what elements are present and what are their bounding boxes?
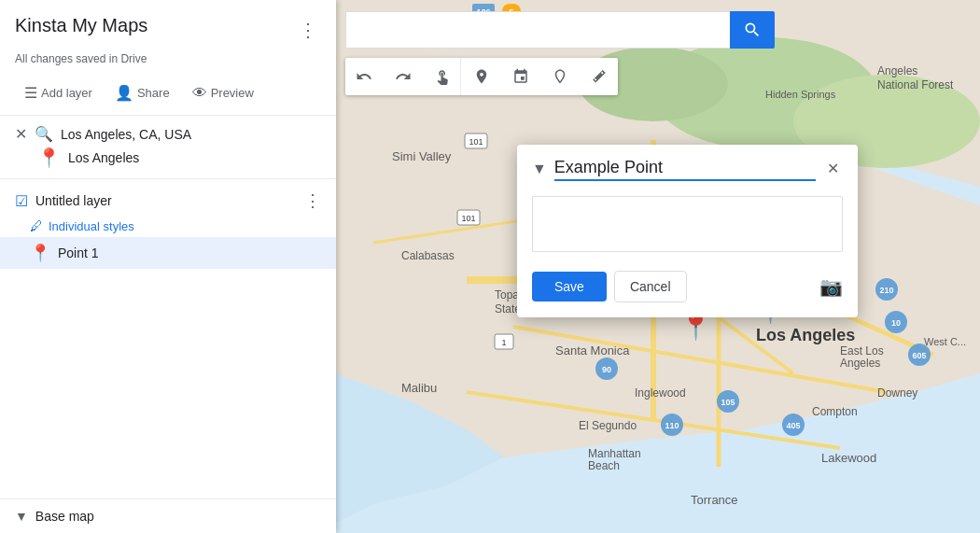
popup-save-button[interactable]: Save <box>532 272 607 302</box>
svg-text:210: 210 <box>879 286 893 295</box>
search-magnifier-icon <box>743 21 762 39</box>
popup-footer: Save Cancel 📷 <box>517 263 858 317</box>
popup-chevron-icon[interactable]: ▼ <box>532 161 547 177</box>
ruler-tool-button[interactable] <box>581 58 618 95</box>
popup-title-input[interactable] <box>554 156 816 181</box>
svg-text:1: 1 <box>501 338 506 347</box>
svg-text:105: 105 <box>721 398 735 407</box>
point-label: Point 1 <box>58 245 99 260</box>
svg-text:605: 605 <box>912 351 926 360</box>
svg-text:Compton: Compton <box>812 405 858 418</box>
shape-tool-button[interactable] <box>502 58 539 95</box>
style-icon: 🖊 <box>30 218 43 233</box>
pin-tool-button[interactable] <box>463 58 500 95</box>
map-tools <box>345 58 618 95</box>
preview-label: Preview <box>211 86 254 100</box>
svg-text:405: 405 <box>786 421 800 430</box>
point-item[interactable]: 📍 Point 1 <box>0 237 336 269</box>
search-icon: 🔍 <box>35 125 53 143</box>
svg-text:West C...: West C... <box>924 336 966 347</box>
search-row: ✕ 🔍 Los Angeles, CA, USA <box>15 125 321 143</box>
svg-text:Angeles: Angeles <box>877 64 917 77</box>
add-layer-button[interactable]: ☰ Add layer <box>15 78 102 107</box>
map-search-bar <box>345 11 775 49</box>
svg-text:Santa Monica: Santa Monica <box>555 344 630 358</box>
toolbar: ☰ Add layer 👤 Share 👁 Preview <box>0 75 336 116</box>
svg-text:101: 101 <box>469 137 483 147</box>
svg-text:East Los: East Los <box>840 344 884 358</box>
svg-text:Inglewood: Inglewood <box>635 386 686 400</box>
sidebar: Kinsta My Maps ⋮ All changes saved in Dr… <box>0 0 336 533</box>
layer-header: ☑ Untitled layer ⋮ <box>0 179 336 215</box>
popup-body <box>517 189 858 263</box>
add-layer-icon: ☰ <box>24 84 37 102</box>
point-pin-icon: 📍 <box>30 243 50 263</box>
popup-dialog: ▼ ✕ Save Cancel 📷 <box>517 145 858 317</box>
basemap-label: Base map <box>35 509 94 524</box>
svg-text:Angeles: Angeles <box>840 357 880 370</box>
redo-button[interactable] <box>385 58 422 95</box>
layer-checkbox-icon[interactable]: ☑ <box>15 192 28 210</box>
location-pin-icon: 📍 <box>37 147 61 169</box>
individual-styles-row[interactable]: 🖊 Individual styles <box>0 215 336 237</box>
svg-text:Downey: Downey <box>877 386 917 400</box>
basemap-chevron-icon: ▼ <box>15 509 28 524</box>
svg-text:Manhattan: Manhattan <box>588 447 641 460</box>
basemap-row[interactable]: ▼ Base map <box>0 498 336 533</box>
svg-text:101: 101 <box>461 214 475 223</box>
location-name: Los Angeles <box>68 150 139 165</box>
popup-header: ▼ ✕ <box>517 145 858 189</box>
search-query-text: Los Angeles, CA, USA <box>61 127 321 142</box>
map-search-button[interactable] <box>730 11 775 49</box>
more-icon[interactable]: ⋮ <box>295 15 321 45</box>
layers-section: ☑ Untitled layer ⋮ 🖊 Individual styles 📍… <box>0 179 336 498</box>
svg-text:Simi Valley: Simi Valley <box>392 149 452 163</box>
route-tool-button[interactable] <box>541 58 579 95</box>
svg-text:National Forest: National Forest <box>877 78 954 91</box>
add-layer-label: Add layer <box>41 86 92 100</box>
svg-text:Hidden Springs: Hidden Springs <box>765 89 836 100</box>
svg-text:Los Angeles: Los Angeles <box>756 326 855 344</box>
share-button[interactable]: 👤 Share <box>105 78 179 107</box>
svg-text:Torrance: Torrance <box>691 493 738 507</box>
svg-text:110: 110 <box>665 421 679 430</box>
undo-button[interactable] <box>345 58 383 95</box>
preview-button[interactable]: 👁 Preview <box>183 79 263 107</box>
popup-cancel-button[interactable]: Cancel <box>614 271 687 302</box>
svg-text:El Segundo: El Segundo <box>579 419 637 432</box>
sidebar-header: Kinsta My Maps ⋮ <box>0 0 336 52</box>
share-label: Share <box>137 86 170 100</box>
svg-text:Calabasas: Calabasas <box>401 249 455 262</box>
location-result: 📍 Los Angeles <box>15 143 321 169</box>
save-status: All changes saved in Drive <box>0 52 336 75</box>
layer-title: Untitled layer <box>35 193 297 208</box>
popup-description-textarea[interactable] <box>532 196 843 252</box>
svg-text:10: 10 <box>891 318 901 328</box>
individual-styles-label: Individual styles <box>49 219 134 233</box>
clear-search-icon[interactable]: ✕ <box>15 125 27 143</box>
camera-icon[interactable]: 📷 <box>819 275 843 298</box>
share-icon: 👤 <box>115 84 133 102</box>
preview-icon: 👁 <box>192 85 207 102</box>
search-area: ✕ 🔍 Los Angeles, CA, USA 📍 Los Angeles <box>0 116 336 179</box>
map-search-input[interactable] <box>345 11 730 49</box>
svg-text:Beach: Beach <box>588 459 620 472</box>
popup-close-icon[interactable]: ✕ <box>823 156 843 181</box>
map-title: Kinsta My Maps <box>15 15 295 36</box>
svg-text:Malibu: Malibu <box>401 381 437 395</box>
layer-more-icon[interactable]: ⋮ <box>304 190 321 211</box>
svg-text:90: 90 <box>602 365 611 374</box>
hand-tool-button[interactable] <box>424 58 461 95</box>
svg-text:Lakewood: Lakewood <box>821 451 876 465</box>
